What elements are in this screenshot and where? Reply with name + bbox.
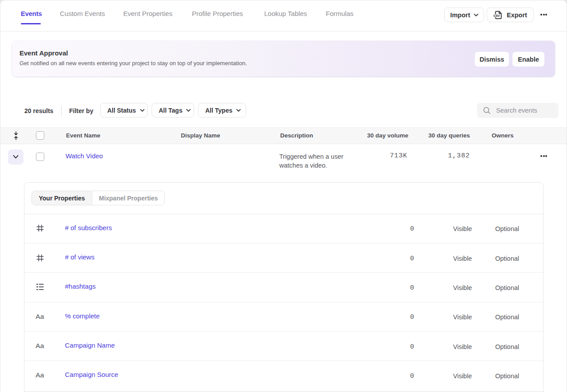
svg-text:CSV: CSV — [493, 14, 500, 18]
